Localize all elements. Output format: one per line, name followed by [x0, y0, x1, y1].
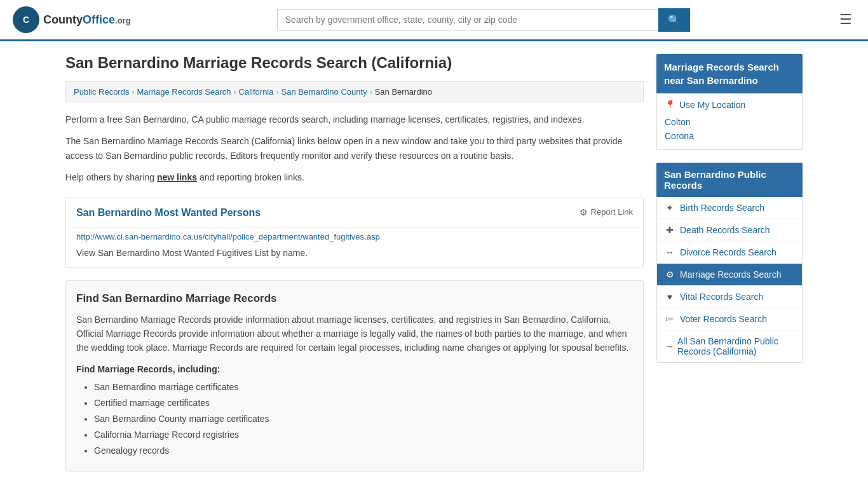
search-icon: 🔍	[668, 15, 681, 25]
search-area: 🔍	[277, 8, 690, 32]
sidebar-death-records[interactable]: ✚ Death Records Search	[657, 219, 802, 241]
sidebar-voter-records[interactable]: ≔ Voter Records Search	[657, 308, 802, 330]
sidebar-records-header: San Bernardino Public Records	[656, 163, 803, 197]
record-url[interactable]: http://www.ci.san-bernardino.ca.us/cityh…	[66, 228, 643, 245]
find-section: Find San Bernardino Marriage Records San…	[65, 280, 644, 471]
breadcrumb-sep-2: ›	[234, 88, 236, 97]
report-link[interactable]: ⚙ Report Link	[580, 207, 633, 217]
logo: C CountyOffice.org	[13, 6, 131, 33]
use-location-link[interactable]: 📍 Use My Location	[665, 100, 794, 110]
logo-icon: C	[13, 6, 39, 33]
sidebar-near-section: Marriage Records Search near San Bernard…	[656, 54, 803, 150]
list-item: San Bernardino marriage certificates	[94, 379, 633, 395]
divorce-icon: ↔	[665, 247, 675, 257]
record-title-link[interactable]: San Bernardino Most Wanted Persons	[76, 207, 261, 219]
list-item: Certified marriage certificates	[94, 395, 633, 411]
sidebar-birth-records[interactable]: ✦ Birth Records Search	[657, 197, 802, 219]
report-icon: ⚙	[580, 207, 588, 217]
sidebar-near-content: 📍 Use My Location Colton Corona	[656, 93, 803, 150]
record-card-header: San Bernardino Most Wanted Persons ⚙ Rep…	[66, 198, 643, 228]
find-section-title: Find San Bernardino Marriage Records	[76, 292, 633, 305]
birth-records-label: Birth Records Search	[680, 203, 764, 213]
vital-records-label: Vital Records Search	[680, 292, 763, 302]
breadcrumb-sep-4: ›	[370, 88, 372, 97]
new-links-link[interactable]: new links	[157, 172, 197, 182]
intro-paragraph-2: The San Bernardino Marriage Records Sear…	[65, 134, 644, 163]
page-title: San Bernardino Marriage Records Search (…	[65, 54, 644, 72]
logo-text: CountyOffice.org	[43, 13, 131, 27]
find-list: San Bernardino marriage certificates Cer…	[76, 379, 633, 459]
sidebar-link-colton[interactable]: Colton	[665, 115, 794, 129]
sidebar-all-records-link[interactable]: → All San Bernardino Public Records (Cal…	[657, 330, 802, 362]
death-icon: ✚	[665, 225, 675, 235]
intro-paragraph-3: Help others by sharing new links and rep…	[65, 170, 644, 184]
breadcrumb-sep-3: ›	[276, 88, 278, 97]
list-item: San Bernardino County marriage certifica…	[94, 411, 633, 427]
breadcrumb-county[interactable]: San Bernardino County	[281, 87, 367, 97]
sidebar-records-content: ✦ Birth Records Search ✚ Death Records S…	[656, 197, 803, 363]
record-card: San Bernardino Most Wanted Persons ⚙ Rep…	[65, 198, 644, 268]
report-link-label: Report Link	[591, 207, 633, 217]
voter-records-label: Voter Records Search	[680, 314, 767, 324]
search-input[interactable]	[277, 9, 658, 30]
sidebar-vital-records[interactable]: ♥ Vital Records Search	[657, 286, 802, 308]
record-description: View San Bernardino Most Wanted Fugitive…	[66, 245, 643, 267]
death-records-label: Death Records Search	[680, 225, 770, 235]
menu-button[interactable]: ☰	[836, 8, 855, 31]
svg-text:C: C	[23, 15, 29, 25]
breadcrumb-current: San Bernardino	[375, 87, 432, 97]
sidebar: Marriage Records Search near San Bernard…	[656, 54, 803, 471]
sidebar-divorce-records[interactable]: ↔ Divorce Records Search	[657, 241, 802, 264]
location-icon: 📍	[665, 100, 675, 110]
vital-icon: ♥	[665, 292, 675, 302]
header: C CountyOffice.org 🔍 ☰	[0, 0, 868, 41]
sidebar-marriage-records[interactable]: ⚙ Marriage Records Search	[657, 264, 802, 286]
find-including-label: Find Marriage Records, including:	[76, 364, 633, 374]
breadcrumb-sep-1: ›	[132, 88, 134, 97]
divorce-records-label: Divorce Records Search	[680, 247, 776, 257]
sidebar-records-section: San Bernardino Public Records ✦ Birth Re…	[656, 163, 803, 363]
intro-paragraph-1: Perform a free San Bernardino, CA public…	[65, 112, 644, 126]
arrow-icon: →	[665, 341, 674, 351]
search-button[interactable]: 🔍	[658, 8, 690, 32]
birth-icon: ✦	[665, 203, 675, 213]
list-item: California Marriage Record registries	[94, 427, 633, 443]
sidebar-near-header: Marriage Records Search near San Bernard…	[656, 54, 803, 93]
header-right: ☰	[836, 8, 855, 31]
marriage-icon: ⚙	[665, 269, 675, 280]
breadcrumb: Public Records › Marriage Records Search…	[65, 81, 644, 102]
list-item: Genealogy records	[94, 443, 633, 459]
marriage-records-label: Marriage Records Search	[680, 269, 782, 280]
breadcrumb-california[interactable]: California	[239, 87, 274, 97]
breadcrumb-marriage-records[interactable]: Marriage Records Search	[137, 87, 231, 97]
breadcrumb-public-records[interactable]: Public Records	[74, 87, 129, 97]
use-location-label: Use My Location	[679, 100, 745, 110]
sidebar-link-corona[interactable]: Corona	[665, 129, 794, 143]
main-container: San Bernardino Marriage Records Search (…	[53, 41, 815, 484]
voter-icon: ≔	[665, 314, 675, 324]
all-records-label: All San Bernardino Public Records (Calif…	[677, 336, 794, 356]
menu-icon: ☰	[839, 11, 852, 27]
content-area: San Bernardino Marriage Records Search (…	[65, 54, 644, 471]
find-section-description: San Bernardino Marriage Records provide …	[76, 313, 633, 355]
